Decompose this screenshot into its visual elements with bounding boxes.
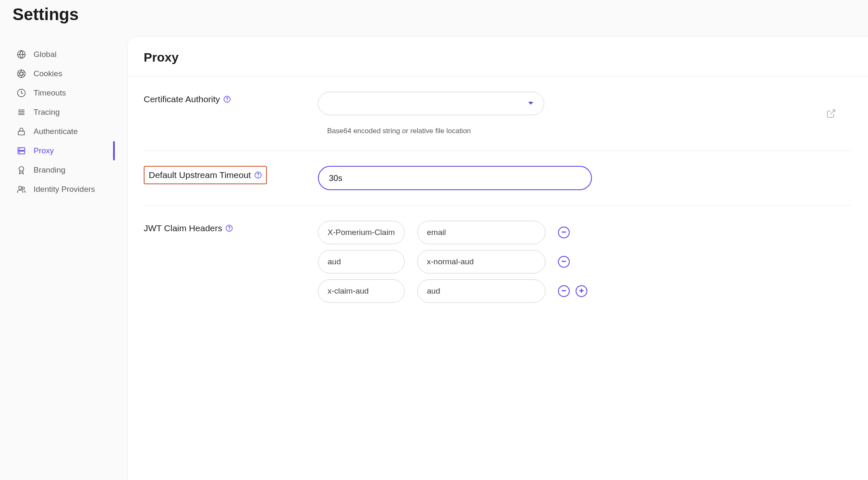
sidebar-item-label: Cookies [34,69,62,78]
clock-icon [17,88,26,98]
remove-row-button[interactable] [558,227,570,238]
svg-point-19 [19,167,24,171]
help-icon[interactable] [223,95,231,103]
jwt-claim-headers-row: JWT Claim Headers [144,206,852,318]
help-icon[interactable] [254,171,262,179]
globe-icon [17,50,26,59]
certificate-authority-helper: Base64 encoded string or relative file l… [327,127,852,135]
sidebar-item-authenticate[interactable]: Authenticate [17,122,115,141]
proxy-panel: Proxy Certificate Authority [127,36,868,480]
jwt-claim-value-input[interactable] [417,279,545,303]
default-upstream-timeout-label: Default Upstream Timeout [149,170,251,180]
sidebar-item-identity-providers[interactable]: Identity Providers [17,180,115,199]
sidebar-item-timeouts[interactable]: Timeouts [17,83,115,103]
jwt-claim-headers-label: JWT Claim Headers [144,223,222,233]
sidebar-item-label: Proxy [34,146,54,155]
sidebar-item-cookies[interactable]: Cookies [17,64,115,83]
jwt-claim-row [318,250,852,274]
certificate-authority-select[interactable] [318,92,544,115]
list-icon [17,108,26,117]
jwt-claim-value-input[interactable] [417,250,545,274]
jwt-claim-row [318,221,852,244]
jwt-claim-key-input[interactable] [318,250,405,274]
add-row-button[interactable] [576,285,587,297]
jwt-claim-key-input[interactable] [318,221,405,244]
sidebar-item-label: Identity Providers [34,185,95,194]
jwt-claim-value-input[interactable] [417,221,545,244]
page-title: Settings [0,0,868,36]
sidebar-item-label: Tracing [34,108,60,117]
sidebar-item-label: Branding [34,165,65,175]
server-icon [17,146,26,155]
sidebar-item-proxy[interactable]: Proxy [17,141,115,160]
remove-row-button[interactable] [558,285,570,297]
svg-point-23 [227,101,227,101]
svg-point-26 [258,176,258,177]
default-upstream-timeout-label-highlight: Default Upstream Timeout [144,166,267,184]
svg-point-17 [19,149,20,149]
caret-down-icon [528,100,534,107]
svg-line-24 [830,110,835,114]
sidebar-item-global[interactable]: Global [17,45,115,64]
remove-row-button[interactable] [558,256,570,268]
aperture-icon [17,69,26,78]
minus-icon [561,229,567,236]
certificate-authority-row: Certificate Authority Base64 encoded [144,77,852,151]
svg-point-18 [19,152,20,153]
svg-rect-14 [18,131,25,135]
minus-icon [561,258,567,266]
sidebar-item-branding[interactable]: Branding [17,160,115,180]
plus-icon [579,288,584,295]
svg-point-21 [22,187,25,190]
jwt-claim-key-input[interactable] [318,279,405,303]
panel-title: Proxy [144,50,852,65]
default-upstream-timeout-input[interactable] [318,166,592,190]
svg-point-28 [229,230,230,230]
jwt-claim-row [318,279,852,303]
minus-icon [561,288,567,295]
sidebar-item-tracing[interactable]: Tracing [17,103,115,122]
settings-sidebar: Global Cookies Timeouts Tracing [0,36,115,480]
help-icon[interactable] [225,225,233,232]
external-link-icon[interactable] [826,108,836,120]
sidebar-item-label: Global [34,50,57,59]
users-icon [17,185,26,194]
default-upstream-timeout-row: Default Upstream Timeout [144,151,852,206]
certificate-authority-label: Certificate Authority [144,94,220,104]
jwt-claim-headers-list [318,221,852,303]
award-icon [17,165,26,175]
sidebar-item-label: Timeouts [34,88,66,98]
lock-icon [17,127,26,136]
svg-point-20 [19,186,22,189]
sidebar-item-label: Authenticate [34,127,78,136]
